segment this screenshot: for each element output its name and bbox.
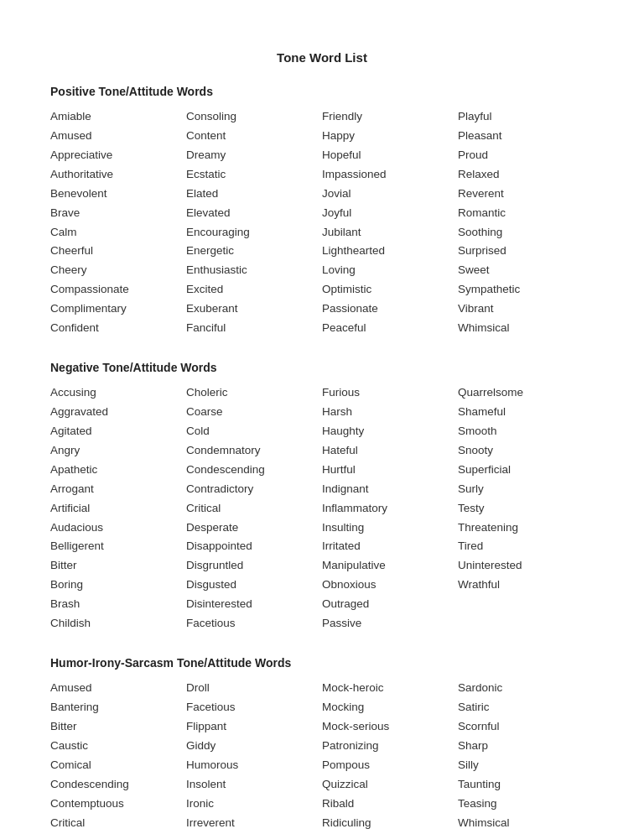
word-column-negative-2: FuriousHarshHaughtyHatefulHurtfulIndigna… — [322, 384, 458, 633]
word-item: Haughty — [322, 423, 458, 440]
word-item: Bitter — [50, 718, 186, 736]
word-column-negative-3: QuarrelsomeShamefulSmoothSnootySuperfici… — [458, 384, 594, 633]
page-title: Tone Word List — [50, 50, 594, 65]
word-item: Comical — [50, 757, 186, 774]
word-item: Artificial — [50, 500, 186, 518]
word-item: Bitter — [50, 557, 186, 575]
word-item: Cheerful — [50, 242, 186, 260]
word-item: Amused — [50, 128, 186, 145]
word-item: Disappointed — [186, 538, 322, 555]
word-item: Relaxed — [458, 166, 594, 184]
word-item: Childish — [50, 615, 186, 633]
word-item: Flippant — [186, 718, 322, 736]
word-column-negative-1: CholericCoarseColdCondemnatoryCondescend… — [186, 384, 322, 633]
word-item: Irritated — [322, 538, 458, 555]
word-item: Critical — [50, 815, 186, 832]
word-item: Smooth — [458, 423, 594, 440]
word-item: Energetic — [186, 242, 322, 260]
word-item: Desperate — [186, 519, 322, 537]
word-grid-negative: AccusingAggravatedAgitatedAngryApathetic… — [50, 384, 594, 633]
word-item: Ecstatic — [186, 166, 322, 184]
word-item: Apathetic — [50, 461, 186, 479]
word-item: Aggravated — [50, 404, 186, 421]
word-item: Quizzical — [322, 776, 458, 794]
word-item: Facetious — [186, 615, 322, 633]
word-item: Uninterested — [458, 557, 594, 575]
word-item: Coarse — [186, 404, 322, 421]
word-item: Patronizing — [322, 738, 458, 755]
word-grid-positive: AmiableAmusedAppreciativeAuthoritativeBe… — [50, 108, 594, 337]
word-item: Ridiculing — [322, 815, 458, 832]
word-item: Sardonic — [458, 680, 594, 697]
word-item: Bantering — [50, 699, 186, 717]
word-item: Jovial — [322, 185, 458, 203]
word-item: Brash — [50, 596, 186, 613]
word-item: Content — [186, 128, 322, 145]
section-positive: Positive Tone/Attitude WordsAmiableAmuse… — [50, 85, 594, 337]
word-item: Contemptuous — [50, 795, 186, 813]
word-item: Pompous — [322, 757, 458, 774]
word-item: Appreciative — [50, 147, 186, 164]
word-item: Furious — [322, 384, 458, 402]
word-item: Insolent — [186, 776, 322, 794]
word-item: Cheery — [50, 262, 186, 279]
word-grid-humor: AmusedBanteringBitterCausticComicalConde… — [50, 680, 594, 834]
word-item: Condemnatory — [186, 442, 322, 460]
word-item: Angry — [50, 442, 186, 460]
word-item: Disinterested — [186, 596, 322, 613]
word-item: Belligerent — [50, 538, 186, 555]
word-item: Quarrelsome — [458, 384, 594, 402]
word-item: Hateful — [322, 442, 458, 460]
word-item: Testy — [458, 500, 594, 518]
word-item: Agitated — [50, 423, 186, 440]
word-item: Surly — [458, 481, 594, 498]
word-item: Scornful — [458, 718, 594, 736]
word-item: Arrogant — [50, 481, 186, 498]
word-item: Irreverent — [186, 815, 322, 832]
word-item: Sympathetic — [458, 281, 594, 299]
word-item: Satiric — [458, 699, 594, 717]
word-item: Passionate — [322, 300, 458, 318]
word-item: Threatening — [458, 519, 594, 537]
word-column-positive-2: FriendlyHappyHopefulImpassionedJovialJoy… — [322, 108, 458, 337]
word-item: Excited — [186, 281, 322, 299]
word-column-positive-3: PlayfulPleasantProudRelaxedReverentRoman… — [458, 108, 594, 337]
word-item: Amiable — [50, 108, 186, 126]
word-item: Audacious — [50, 519, 186, 537]
word-item: Whimsical — [458, 815, 594, 832]
word-item: Outraged — [322, 596, 458, 613]
word-item: Brave — [50, 205, 186, 222]
section-negative: Negative Tone/Attitude WordsAccusingAggr… — [50, 361, 594, 633]
word-item: Wrathful — [458, 576, 594, 594]
word-item: Calm — [50, 224, 186, 242]
word-item: Indignant — [322, 481, 458, 498]
word-item: Caustic — [50, 738, 186, 755]
word-item: Mock-heroic — [322, 680, 458, 697]
word-item: Humorous — [186, 757, 322, 774]
word-item: Enthusiastic — [186, 262, 322, 279]
word-item: Soothing — [458, 224, 594, 242]
word-item: Loving — [322, 262, 458, 279]
word-item: Shameful — [458, 404, 594, 421]
word-item: Encouraging — [186, 224, 322, 242]
word-item: Boring — [50, 576, 186, 594]
word-column-humor-1: DrollFacetiousFlippantGiddyHumorousInsol… — [186, 680, 322, 834]
word-column-negative-0: AccusingAggravatedAgitatedAngryApathetic… — [50, 384, 186, 633]
word-item: Superficial — [458, 461, 594, 479]
word-item: Teasing — [458, 795, 594, 813]
word-item: Ribald — [322, 795, 458, 813]
word-column-positive-1: ConsolingContentDreamyEcstaticElatedElev… — [186, 108, 322, 337]
word-item: Passive — [322, 615, 458, 633]
word-item: Snooty — [458, 442, 594, 460]
word-item: Impassioned — [322, 166, 458, 184]
word-item: Obnoxious — [322, 576, 458, 594]
word-item: Lighthearted — [322, 242, 458, 260]
word-item: Compassionate — [50, 281, 186, 299]
word-item: Complimentary — [50, 300, 186, 318]
word-item: Disgusted — [186, 576, 322, 594]
word-item: Sharp — [458, 738, 594, 755]
word-item: Inflammatory — [322, 500, 458, 518]
section-humor: Humor-Irony-Sarcasm Tone/Attitude WordsA… — [50, 656, 594, 834]
word-item: Peaceful — [322, 320, 458, 337]
word-item: Romantic — [458, 205, 594, 222]
